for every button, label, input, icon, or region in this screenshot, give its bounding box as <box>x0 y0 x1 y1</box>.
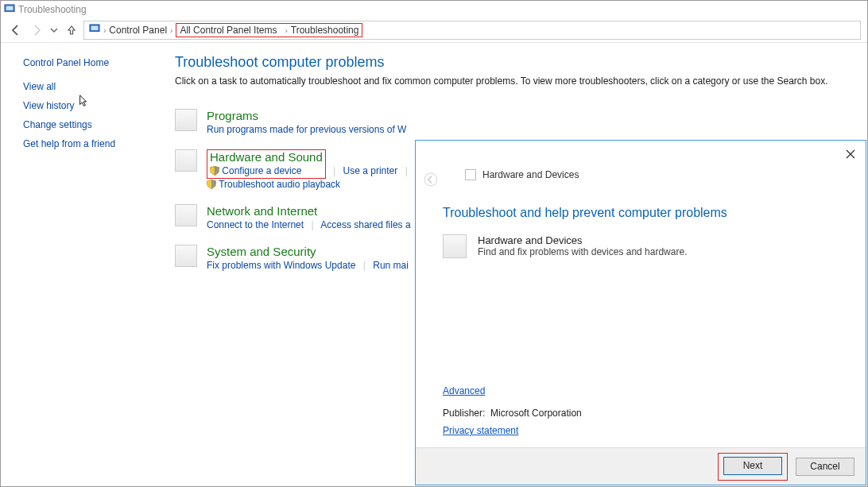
category-title[interactable]: System and Security <box>207 245 409 258</box>
dialog-item: Hardware and Devices Find and fix proble… <box>443 234 839 258</box>
system-icon <box>175 245 197 267</box>
svg-point-4 <box>424 173 437 186</box>
category-title[interactable]: Hardware and Sound <box>210 150 323 164</box>
breadcrumb-highlight: All Control Panel Items› Troubleshooting <box>176 23 362 37</box>
nav-up-button[interactable] <box>63 21 80 39</box>
link-configure-device[interactable]: Configure a device <box>222 165 301 176</box>
dialog-item-icon <box>443 234 467 258</box>
dialog-back-button <box>424 172 438 189</box>
category-title[interactable]: Programs <box>207 109 406 122</box>
dialog-crumb-text: Hardware and Devices <box>482 169 579 180</box>
dialog-heading: Troubleshoot and help prevent computer p… <box>443 206 839 220</box>
cancel-button[interactable]: Cancel <box>796 458 854 476</box>
dialog-item-title: Hardware and Devices <box>478 234 687 246</box>
link-run-mai[interactable]: Run mai <box>373 260 409 271</box>
link-run-programs[interactable]: Run programs made for previous versions … <box>207 124 406 135</box>
publisher-value: Microsoft Corporation <box>490 408 582 419</box>
titlebar: Troubleshooting <box>1 1 867 18</box>
nav-back-button[interactable] <box>7 21 25 39</box>
sidebar-home-link[interactable]: Control Panel Home <box>23 57 153 68</box>
next-highlight: Next <box>718 453 788 481</box>
next-button[interactable]: Next <box>723 457 782 475</box>
category-title[interactable]: Network and Internet <box>207 204 411 218</box>
page-subtitle: Click on a task to automatically trouble… <box>175 75 851 87</box>
svg-rect-3 <box>91 25 99 29</box>
privacy-link[interactable]: Privacy statement <box>443 425 839 436</box>
publisher-label: Publisher: <box>443 408 485 419</box>
network-icon <box>175 204 197 226</box>
sidebar-link-changesettings[interactable]: Change settings <box>23 119 153 130</box>
shield-icon <box>207 180 216 189</box>
breadcrumb-mid[interactable]: All Control Panel Items› <box>180 25 287 36</box>
address-bar[interactable]: › Control Panel › All Control Panel Item… <box>83 21 861 40</box>
link-use-printer[interactable]: Use a printer <box>343 165 398 176</box>
svg-rect-1 <box>6 6 14 10</box>
link-troubleshoot-audio[interactable]: Troubleshoot audio playback <box>219 179 340 190</box>
page-heading: Troubleshoot computer problems <box>175 54 851 71</box>
nav-forward-button[interactable] <box>28 21 45 39</box>
programs-icon <box>175 109 197 131</box>
link-connect-internet[interactable]: Connect to the Internet <box>207 219 304 230</box>
sidebar-link-viewall[interactable]: View all <box>23 81 153 92</box>
dialog-button-bar: Next Cancel <box>416 447 866 485</box>
nav-history-dropdown[interactable] <box>48 21 60 39</box>
publisher-row: Publisher: Microsoft Corporation <box>443 408 839 419</box>
dialog-item-desc: Find and fix problems with devices and h… <box>478 246 687 257</box>
control-panel-window: Troubleshooting › Control Panel › All Co… <box>0 0 868 487</box>
mouse-cursor <box>79 95 90 111</box>
advanced-link[interactable]: Advanced <box>443 385 839 396</box>
link-fix-windows-update[interactable]: Fix problems with Windows Update <box>207 260 355 271</box>
sidebar-link-gethelp[interactable]: Get help from a friend <box>23 138 153 149</box>
dialog-breadcrumb: Hardware and Devices <box>465 169 839 180</box>
address-icon <box>89 24 100 37</box>
troubleshooter-dialog: Hardware and Devices Troubleshoot and he… <box>415 140 866 485</box>
app-icon <box>4 4 15 15</box>
breadcrumb-root[interactable]: Control Panel <box>109 25 167 36</box>
hardware-icon <box>175 149 197 172</box>
shield-icon <box>210 166 219 176</box>
navbar: › Control Panel › All Control Panel Item… <box>1 18 867 42</box>
window-title: Troubleshooting <box>18 4 87 15</box>
chevron-icon: › <box>103 26 106 35</box>
link-access-shared[interactable]: Access shared files a <box>320 219 410 230</box>
dialog-crumb-icon <box>465 169 476 180</box>
breadcrumb-leaf[interactable]: Troubleshooting <box>291 25 359 36</box>
chevron-icon: › <box>170 26 172 35</box>
category-programs: Programs Run programs made for previous … <box>175 109 851 135</box>
